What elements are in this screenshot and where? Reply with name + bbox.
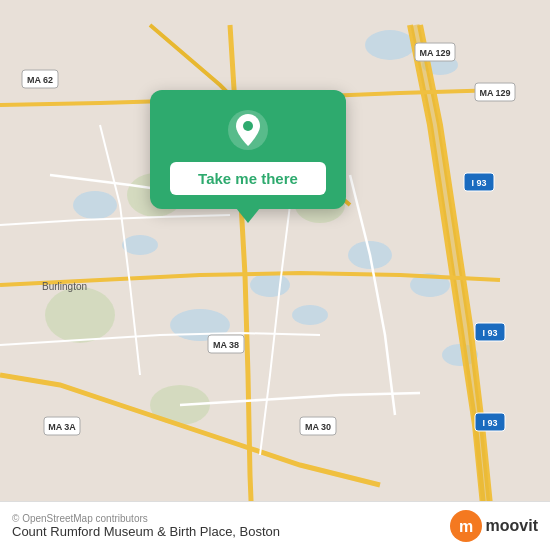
location-popup: Take me there xyxy=(150,90,346,209)
svg-text:MA 3A: MA 3A xyxy=(48,422,76,432)
svg-point-1 xyxy=(73,191,117,219)
svg-text:I 93: I 93 xyxy=(471,178,486,188)
svg-point-2 xyxy=(122,235,158,255)
svg-point-5 xyxy=(292,305,328,325)
bottom-bar-left: © OpenStreetMap contributors Count Rumfo… xyxy=(12,513,280,539)
moovit-icon: m xyxy=(450,510,482,542)
svg-point-11 xyxy=(45,287,115,343)
map-container: MA 62 MA 38 MA 38 MA 129 MA 129 I 93 I 9… xyxy=(0,0,550,550)
svg-text:I 93: I 93 xyxy=(482,328,497,338)
svg-point-9 xyxy=(365,30,415,60)
copyright-text: © OpenStreetMap contributors xyxy=(12,513,280,524)
moovit-text: moovit xyxy=(486,517,538,535)
svg-text:Burlington: Burlington xyxy=(42,281,87,292)
svg-text:I 93: I 93 xyxy=(482,418,497,428)
moovit-logo: m moovit xyxy=(450,510,538,542)
svg-text:MA 62: MA 62 xyxy=(27,75,53,85)
location-pin-icon xyxy=(226,108,270,152)
take-me-there-button[interactable]: Take me there xyxy=(170,162,326,195)
bottom-bar: © OpenStreetMap contributors Count Rumfo… xyxy=(0,501,550,550)
svg-text:MA 38: MA 38 xyxy=(213,340,239,350)
map-background: MA 62 MA 38 MA 38 MA 129 MA 129 I 93 I 9… xyxy=(0,0,550,550)
svg-text:MA 129: MA 129 xyxy=(479,88,510,98)
svg-text:MA 129: MA 129 xyxy=(419,48,450,58)
svg-text:m: m xyxy=(458,518,472,535)
location-title: Count Rumford Museum & Birth Place, Bost… xyxy=(12,524,280,539)
svg-point-37 xyxy=(243,121,253,131)
svg-point-4 xyxy=(250,273,290,297)
svg-text:MA 30: MA 30 xyxy=(305,422,331,432)
